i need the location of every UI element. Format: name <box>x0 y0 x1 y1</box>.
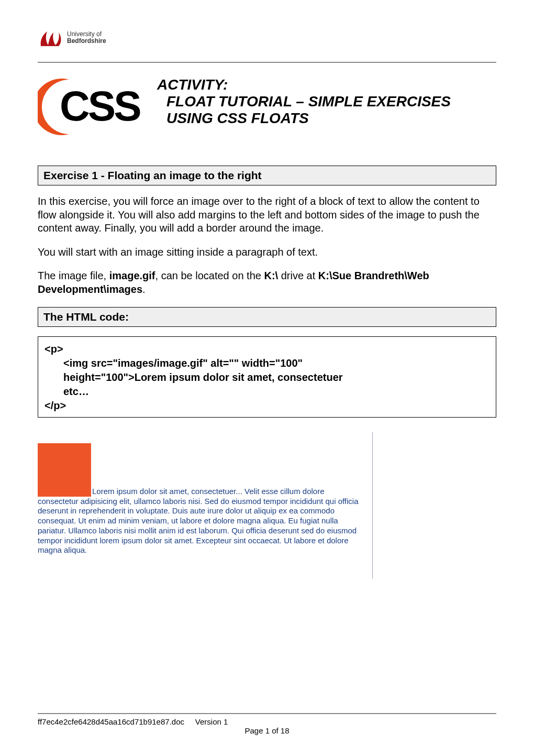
example-render: Lorem ipsum dolor sit amet, consectetuer… <box>38 432 373 579</box>
activity-label: ACTIVITY: <box>157 76 451 93</box>
code-block: <p> <img src="images/image.gif" alt="" w… <box>38 336 496 418</box>
activity-titles: ACTIVITY: FLOAT TUTORIAL – SIMPLE EXERCI… <box>157 76 451 127</box>
code-line-3: height="100">Lorem ipsum dolor sit amet,… <box>44 370 490 385</box>
exercise1-paragraph-2: You will start with an image sitting ins… <box>38 246 496 259</box>
html-code-heading: The HTML code: <box>38 307 496 327</box>
code-line-2: <img src="images/image.gif" alt="" width… <box>44 356 490 370</box>
example-text: Lorem ipsum dolor sit amet, consectetuer… <box>38 487 359 555</box>
p3-mid2: drive at <box>278 270 318 281</box>
footer-page-number: Page 1 of 18 <box>38 726 496 735</box>
p3-code2: K:\ <box>264 270 278 281</box>
p3-pre: The image file, <box>38 270 109 281</box>
css-badge-text: CSS <box>60 83 140 129</box>
p3-code1: image.gif <box>109 270 155 281</box>
page-footer: ff7ec4e2cfe6428d45aa16cd71b91e87.doc Ver… <box>38 709 496 736</box>
p3-mid: , can be located on the <box>155 270 264 281</box>
activity-subtitle-1: FLOAT TUTORIAL – SIMPLE EXERCISES <box>166 93 451 110</box>
code-line-1: <p> <box>44 343 63 355</box>
example-paragraph: Lorem ipsum dolor sit amet, consectetuer… <box>38 443 362 556</box>
code-line-4: etc… <box>44 385 490 399</box>
example-image-placeholder <box>38 443 91 497</box>
activity-title-row: CSS ACTIVITY: FLOAT TUTORIAL – SIMPLE EX… <box>38 75 496 138</box>
activity-subtitle-2: USING CSS FLOATS <box>166 110 451 127</box>
footer-filename: ff7ec4e2cfe6428d45aa16cd71b91e87.doc <box>38 717 184 726</box>
header-logo: University of Bedfordshire <box>38 27 496 48</box>
footer-version: Version 1 <box>195 717 228 726</box>
p3-post: . <box>142 283 146 295</box>
exercise1-paragraph-3: The image file, image.gif, can be locate… <box>38 269 496 296</box>
code-line-5: </p> <box>44 400 66 411</box>
footer-rule <box>38 713 496 714</box>
logo-line2: Bedfordshire <box>67 38 106 45</box>
footer-row-1: ff7ec4e2cfe6428d45aa16cd71b91e87.doc Ver… <box>38 717 496 726</box>
exercise1-heading: Exercise 1 - Floating an image to the ri… <box>38 166 496 185</box>
css-badge-icon: CSS <box>38 75 148 138</box>
exercise1-paragraph-1: In this exercise, you will force an imag… <box>38 195 496 235</box>
university-logo-icon <box>38 27 63 48</box>
page: University of Bedfordshire CSS ACTIVITY:… <box>0 0 534 756</box>
header-rule <box>38 62 496 63</box>
university-logo-text: University of Bedfordshire <box>67 31 106 45</box>
